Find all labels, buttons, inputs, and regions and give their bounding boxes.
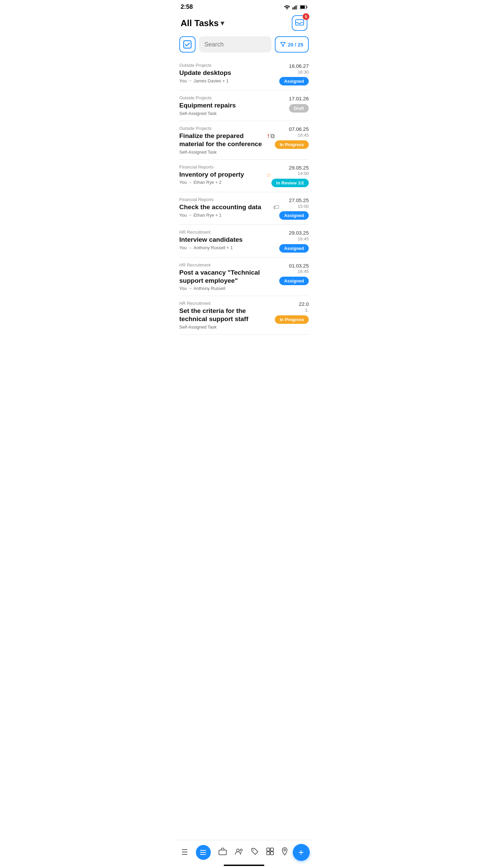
task-category: HR Recruitment: [179, 230, 276, 235]
task-category: HR Recruitment: [179, 262, 276, 268]
chevron-down-icon: ▾: [221, 19, 224, 27]
filter-button[interactable]: 20 / 25: [275, 36, 309, 53]
task-left: Outside Projects Equipment repairs Self-…: [179, 95, 289, 116]
search-input[interactable]: [204, 41, 266, 48]
task-title: Update desktops: [179, 69, 276, 77]
task-title: Inventory of property: [179, 171, 263, 179]
task-status-badge: Draft: [289, 104, 309, 113]
svg-rect-1: [292, 7, 293, 9]
task-date: 27.05.2515:00: [289, 197, 309, 209]
task-left: HR Recruitment Set the criteria for the …: [179, 301, 275, 330]
filter-label: 20 / 25: [288, 42, 303, 47]
task-right: 01.03.2516:45 Assigned: [279, 262, 309, 285]
task-left: Financial Reports Inventory of property …: [179, 164, 266, 185]
task-icons: 🏷: [273, 197, 279, 211]
task-assignee: You → James Davies + 1: [179, 78, 276, 83]
task-item[interactable]: Financial Reports Check the accounting d…: [179, 192, 309, 225]
task-date: 16.06.2716:30: [289, 63, 309, 75]
task-item[interactable]: Outside Projects Update desktops You → J…: [179, 58, 309, 91]
task-assignee: You → Ethan Rye + 2: [179, 180, 263, 185]
tag-icon: 🏷: [273, 204, 279, 211]
notification-badge: 5: [303, 13, 309, 20]
status-time: 2:58: [181, 3, 193, 11]
svg-point-0: [286, 8, 288, 9]
task-title: Post a vacancy "Technical support employ…: [179, 269, 276, 285]
task-status-badge: Assigned: [279, 77, 309, 85]
search-area: 20 / 25: [174, 36, 314, 58]
task-category: Outside Projects: [179, 95, 286, 100]
check-icon: [183, 40, 192, 49]
task-status-badge: Assigned: [279, 244, 309, 253]
task-date: 22.01.: [299, 301, 309, 313]
notification-button[interactable]: 5: [292, 15, 307, 31]
page-title: All Tasks: [181, 18, 219, 28]
task-assignee: Self-Assigned Task: [179, 150, 264, 155]
task-status-badge: In Progress: [275, 315, 309, 324]
task-left: Financial Reports Check the accounting d…: [179, 197, 273, 218]
task-category: HR Recruitment: [179, 301, 271, 306]
task-right: 22.01. In Progress: [275, 301, 309, 323]
header: All Tasks ▾ 5: [174, 13, 314, 36]
task-date: 07.06.2516:45: [289, 126, 309, 138]
task-date: 01.03.2516:45: [289, 262, 309, 275]
task-icons: ☆: [266, 164, 271, 179]
task-icons: !⧉: [267, 126, 275, 140]
task-title: Interview candidates: [179, 236, 276, 244]
svg-rect-7: [307, 6, 307, 8]
svg-rect-6: [301, 5, 305, 8]
task-assignee: Self-Assigned Task: [179, 111, 286, 116]
task-title: Equipment repairs: [179, 101, 286, 110]
task-item[interactable]: Financial Reports Inventory of property …: [179, 160, 309, 192]
svg-rect-4: [297, 4, 298, 9]
star-icon: ☆: [266, 171, 271, 179]
battery-icon: [300, 5, 307, 9]
task-right: 07.06.2516:45 In Progress: [275, 126, 309, 149]
task-category: Outside Projects: [179, 126, 264, 131]
task-category: Financial Reports: [179, 197, 270, 202]
search-input-wrap[interactable]: [199, 36, 271, 53]
task-right: 16.06.2716:30 Assigned: [279, 63, 309, 85]
status-icons: [284, 4, 307, 9]
task-left: Outside Projects Finalize the prepared m…: [179, 126, 267, 155]
task-item[interactable]: Outside Projects Finalize the prepared m…: [179, 121, 309, 160]
task-right: 27.05.2515:00 Assigned: [279, 197, 309, 220]
task-date: 29.05.2514:00: [289, 164, 309, 177]
task-assignee: You → Ethan Rye + 1: [179, 213, 270, 218]
inbox-icon: [295, 19, 304, 27]
task-category: Outside Projects: [179, 63, 276, 68]
task-status-badge: Assigned: [279, 277, 309, 285]
task-assignee: You → Anthony Russell + 1: [179, 245, 276, 250]
task-title: Set the criteria for the technical suppo…: [179, 307, 271, 323]
checkbox-button[interactable]: [179, 36, 196, 53]
svg-rect-2: [294, 6, 295, 9]
task-assignee: Self-Assigned Task: [179, 324, 271, 330]
task-status-badge: Assigned: [279, 211, 309, 220]
task-title: Check the accounting data: [179, 203, 270, 211]
task-item[interactable]: HR Recruitment Set the criteria for the …: [179, 296, 309, 335]
task-status-badge: In Progress: [275, 140, 309, 149]
task-left: Outside Projects Update desktops You → J…: [179, 63, 279, 83]
header-title[interactable]: All Tasks ▾: [181, 18, 224, 28]
task-date: 17.01.26: [289, 95, 309, 102]
svg-rect-9: [184, 41, 191, 48]
task-item[interactable]: HR Recruitment Post a vacancy "Technical…: [179, 258, 309, 296]
task-assignee: You → Anthony Russell: [179, 286, 276, 291]
wifi-icon: [284, 4, 290, 9]
task-right: 29.03.2516:45 Assigned: [279, 230, 309, 252]
task-right: 17.01.26 Draft: [289, 95, 309, 113]
task-list: Outside Projects Update desktops You → J…: [174, 58, 314, 335]
exclamation-icon: !: [267, 133, 269, 139]
filter-icon: [280, 42, 286, 47]
task-category: Financial Reports: [179, 164, 263, 170]
task-status-badge: In Review 1/2: [271, 179, 309, 187]
task-left: HR Recruitment Post a vacancy "Technical…: [179, 262, 279, 291]
signal-icon: [292, 4, 298, 9]
task-item[interactable]: HR Recruitment Interview candidates You …: [179, 225, 309, 257]
svg-rect-3: [296, 5, 297, 9]
status-bar: 2:58: [174, 0, 314, 13]
task-left: HR Recruitment Interview candidates You …: [179, 230, 279, 250]
copy-icon: ⧉: [270, 133, 275, 140]
task-date: 29.03.2516:45: [289, 230, 309, 242]
task-item[interactable]: Outside Projects Equipment repairs Self-…: [179, 91, 309, 121]
task-right: 29.05.2514:00 In Review 1/2: [271, 164, 309, 187]
